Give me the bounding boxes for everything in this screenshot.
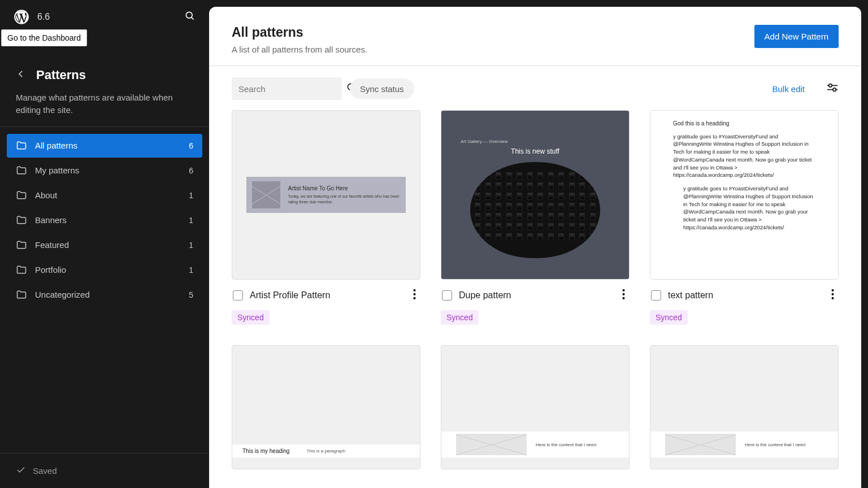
pattern-thumbnail[interactable]: Here is the content that I need — [441, 345, 630, 469]
bulk-edit-button[interactable]: Bulk edit — [772, 84, 805, 94]
search-box[interactable] — [232, 77, 342, 100]
thumb-heading: This is new stuff — [511, 147, 559, 155]
select-checkbox[interactable] — [651, 290, 661, 300]
back-icon[interactable] — [16, 69, 26, 81]
nav-item-all-patterns[interactable]: All patterns 6 — [7, 134, 202, 158]
placeholder-image-icon — [456, 434, 527, 455]
main-panel: All patterns A list of all patterns from… — [209, 7, 861, 488]
divider — [0, 127, 209, 127]
folder-icon — [16, 239, 27, 251]
sidebar: 6.6 Go to the Dashboard Patterns Manage … — [0, 0, 209, 488]
svg-point-12 — [414, 297, 416, 299]
thumb-subtitle: Today, we are featuring one of our favor… — [288, 194, 400, 204]
nav-item-label: Portfolio — [35, 265, 66, 274]
saved-status: Saved — [33, 466, 57, 476]
thumb-paragraph: Here is the content that I need — [536, 442, 596, 447]
synced-badge: Synced — [441, 310, 479, 325]
svg-point-18 — [832, 297, 834, 299]
sync-status-filter[interactable]: Sync status — [350, 79, 414, 99]
select-checkbox[interactable] — [233, 290, 243, 300]
pattern-thumbnail[interactable]: Artist Name To Go Here Today, we are fea… — [232, 110, 420, 280]
synced-badge: Synced — [650, 310, 688, 325]
more-actions-icon[interactable] — [619, 287, 628, 303]
search-input[interactable] — [238, 84, 346, 94]
folder-icon — [16, 264, 27, 276]
nav-item-about[interactable]: About 1 — [7, 184, 202, 207]
thumb-paragraph: Here is the content that I need — [745, 442, 805, 447]
nav-item-label: Uncategorized — [35, 290, 90, 299]
nav-item-my-patterns[interactable]: My patterns 6 — [7, 159, 202, 182]
svg-point-16 — [832, 289, 834, 291]
thumb-paragraph: y gratitude goes to #YoastDiversityFund … — [673, 185, 815, 232]
folder-icon — [16, 165, 27, 176]
placeholder-image-icon — [665, 434, 736, 455]
thumb-heading: God this is a headding — [673, 120, 815, 128]
page-subtitle: A list of all patterns from all sources. — [232, 45, 367, 54]
nav-item-label: Banners — [35, 215, 67, 225]
select-checkbox[interactable] — [442, 290, 452, 300]
sidebar-description: Manage what patterns are available when … — [0, 89, 209, 127]
main-header: All patterns A list of all patterns from… — [209, 7, 861, 66]
pattern-thumbnail[interactable]: Here is the content that I need — [650, 345, 839, 469]
pattern-thumbnail[interactable]: Art Gallery — Overview This is new stuff — [441, 110, 630, 280]
pattern-card: Here is the content that I need — [650, 345, 839, 469]
toolbar: Sync status Bulk edit — [209, 66, 861, 110]
nav-item-label: All patterns — [35, 141, 77, 150]
nav-item-featured[interactable]: Featured 1 — [7, 233, 202, 257]
svg-point-7 — [829, 84, 832, 88]
nav-item-count: 1 — [189, 191, 193, 200]
pattern-title[interactable]: text pattern — [668, 290, 713, 300]
folder-icon — [16, 289, 27, 300]
placeholder-image-icon — [252, 181, 280, 208]
svg-point-13 — [623, 289, 625, 291]
nav-item-count: 1 — [189, 216, 193, 225]
nav-item-uncategorized[interactable]: Uncategorized 5 — [7, 283, 202, 307]
pattern-card: Here is the content that I need — [441, 345, 630, 469]
version-label: 6.6 — [37, 12, 50, 22]
synced-badge: Synced — [232, 310, 270, 325]
add-new-pattern-button[interactable]: Add New Pattern — [754, 25, 839, 48]
topbar: 6.6 Go to the Dashboard — [0, 0, 209, 34]
more-actions-icon[interactable] — [410, 287, 419, 303]
nav-item-banners[interactable]: Banners 1 — [7, 208, 202, 232]
check-icon — [16, 465, 26, 477]
svg-point-10 — [414, 289, 416, 291]
wordpress-logo-icon[interactable] — [14, 9, 29, 25]
patterns-grid-wrapper[interactable]: Artist Name To Go Here Today, we are fea… — [209, 110, 861, 488]
pattern-card: Art Gallery — Overview This is new stuff — [441, 110, 630, 325]
pattern-card: God this is a headding y gratitude goes … — [650, 110, 839, 325]
sidebar-footer: Saved — [0, 453, 209, 488]
nav-item-label: My patterns — [35, 165, 79, 175]
search-icon[interactable] — [184, 10, 196, 24]
nav-item-count: 5 — [189, 290, 193, 299]
folder-icon — [16, 215, 27, 226]
nav-item-portfolio[interactable]: Portfolio 1 — [7, 258, 202, 282]
nav-item-label: About — [35, 190, 57, 200]
patterns-grid: Artist Name To Go Here Today, we are fea… — [232, 110, 839, 469]
thumb-heading: This is my heading — [242, 448, 289, 454]
dashboard-tooltip: Go to the Dashboard — [1, 29, 87, 46]
folder-icon — [16, 140, 27, 151]
pattern-thumbnail[interactable]: God this is a headding y gratitude goes … — [650, 110, 839, 280]
view-options-icon[interactable] — [826, 82, 839, 95]
more-actions-icon[interactable] — [828, 287, 837, 303]
nav-item-count: 1 — [189, 265, 193, 274]
pattern-category-nav: All patterns 6 My patterns 6 About 1 Ban… — [0, 134, 209, 307]
pattern-title[interactable]: Dupe pattern — [459, 290, 511, 300]
thumb-paragraph: y gratitude goes to #YoastDiversityFund … — [673, 133, 815, 180]
svg-point-2 — [186, 12, 192, 18]
thumb-breadcrumb: Art Gallery — Overview — [441, 139, 508, 144]
svg-point-9 — [833, 88, 836, 91]
pattern-thumbnail[interactable]: This is my heading This is a paragraph — [232, 345, 420, 469]
nav-item-count: 1 — [189, 241, 193, 250]
thumb-title: Artist Name To Go Here — [288, 185, 400, 191]
svg-point-14 — [623, 293, 625, 295]
nav-item-count: 6 — [189, 166, 193, 175]
nav-item-count: 6 — [189, 141, 193, 150]
folder-icon — [16, 190, 27, 201]
pattern-card: Artist Name To Go Here Today, we are fea… — [232, 110, 420, 325]
thumb-paragraph: This is a paragraph — [306, 448, 345, 454]
svg-point-11 — [414, 293, 416, 295]
pattern-title[interactable]: Artist Profile Pattern — [250, 290, 330, 300]
nav-item-label: Featured — [35, 240, 69, 250]
